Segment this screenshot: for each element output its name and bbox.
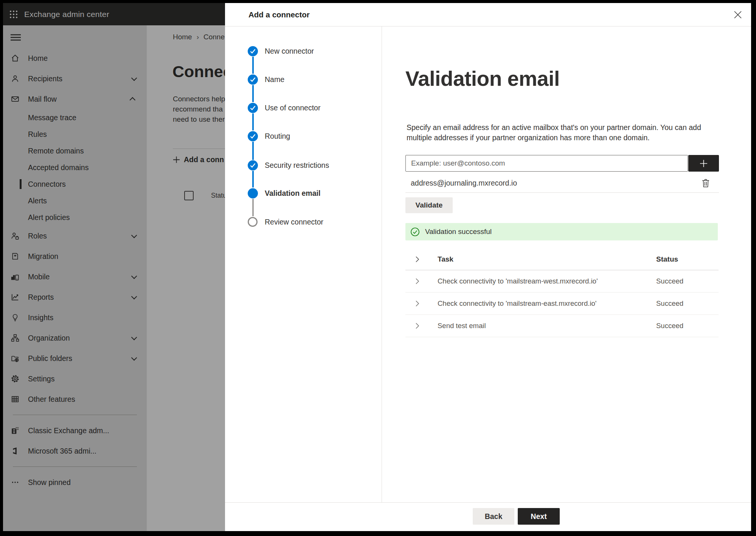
wizard-step-use-of-connector[interactable]: Use of connector bbox=[225, 102, 320, 114]
step-current-icon bbox=[248, 188, 258, 198]
table-header-row: Task Status bbox=[405, 249, 719, 270]
step-connector-line bbox=[252, 199, 254, 216]
panel-header: Add a connector bbox=[225, 3, 751, 26]
step-description: Specify an email address for an active m… bbox=[407, 122, 714, 143]
step-connector-line bbox=[252, 113, 254, 130]
success-check-icon bbox=[410, 227, 420, 237]
task-cell: Check connectivity to 'mailstream-west.m… bbox=[438, 277, 598, 285]
task-cell: Check connectivity to 'mailstream-east.m… bbox=[438, 299, 596, 308]
step-upcoming-icon bbox=[248, 217, 258, 227]
email-address-input[interactable] bbox=[405, 155, 688, 172]
plus-icon bbox=[700, 160, 708, 167]
step-check-icon bbox=[248, 46, 258, 56]
table-row[interactable]: Check connectivity to 'mailstream-east.m… bbox=[405, 293, 719, 315]
status-cell: Succeed bbox=[656, 277, 683, 285]
status-cell: Succeed bbox=[656, 322, 683, 330]
wizard-steps: New connector Name Use of connector Rout… bbox=[225, 26, 382, 502]
step-connector-line bbox=[252, 85, 254, 102]
task-column-header: Task bbox=[438, 255, 453, 263]
status-column-header: Status bbox=[656, 255, 678, 263]
step-check-icon bbox=[248, 160, 258, 170]
status-cell: Succeed bbox=[656, 299, 683, 308]
footer-divider bbox=[225, 502, 751, 503]
expand-row-chevron-icon[interactable] bbox=[415, 300, 419, 307]
trash-icon bbox=[702, 179, 709, 187]
step-check-icon bbox=[248, 74, 258, 85]
wizard-step-security-restrictions[interactable]: Security restrictions bbox=[225, 159, 329, 171]
validate-button[interactable]: Validate bbox=[405, 197, 453, 213]
close-icon bbox=[734, 11, 742, 19]
banner-message: Validation successful bbox=[425, 228, 492, 236]
screen: Exchange admin center Home Recipients Ma… bbox=[3, 3, 751, 531]
wizard-step-name[interactable]: Name bbox=[225, 73, 284, 85]
panel-title: Add a connector bbox=[248, 10, 310, 19]
back-button[interactable]: Back bbox=[473, 508, 514, 525]
step-page-title: Validation email bbox=[405, 67, 560, 91]
wizard-step-review-connector[interactable]: Review connector bbox=[225, 216, 323, 228]
step-connector-line bbox=[252, 142, 254, 160]
validation-success-banner: Validation successful bbox=[405, 223, 718, 240]
step-connector-line bbox=[252, 171, 254, 187]
wizard-step-new-connector[interactable]: New connector bbox=[225, 45, 314, 57]
next-button[interactable]: Next bbox=[518, 508, 560, 525]
table-row[interactable]: Check connectivity to 'mailstream-west.m… bbox=[405, 270, 719, 293]
add-email-button[interactable] bbox=[688, 155, 719, 172]
expand-row-chevron-icon[interactable] bbox=[415, 322, 419, 329]
wizard-step-routing[interactable]: Routing bbox=[225, 130, 290, 142]
expand-row-chevron-icon[interactable] bbox=[415, 278, 419, 285]
step-connector-line bbox=[252, 57, 254, 74]
added-address: address@journaling.mxrecord.io bbox=[411, 179, 517, 187]
step-check-icon bbox=[248, 103, 258, 113]
screenshot-frame: Exchange admin center Home Recipients Ma… bbox=[0, 0, 756, 536]
close-button[interactable] bbox=[731, 8, 745, 22]
delete-address-button[interactable] bbox=[699, 177, 712, 190]
step-check-icon bbox=[248, 131, 258, 141]
add-connector-panel: Add a connector New connector Name bbox=[225, 3, 751, 531]
table-row[interactable]: Send test email Succeed bbox=[405, 315, 719, 337]
expand-all-chevron-icon[interactable] bbox=[415, 256, 419, 263]
wizard-step-validation-email[interactable]: Validation email bbox=[225, 187, 320, 199]
added-address-row: address@journaling.mxrecord.io bbox=[405, 174, 719, 193]
task-cell: Send test email bbox=[438, 322, 486, 330]
validation-results-table: Task Status Check connectivity to 'mails… bbox=[405, 249, 719, 337]
